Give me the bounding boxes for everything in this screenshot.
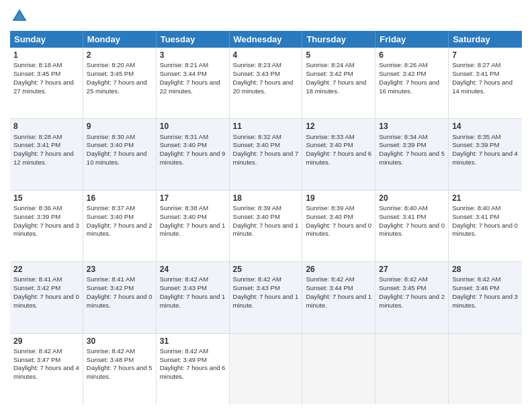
sunset: Sunset: 3:44 PM [160, 70, 207, 77]
sunset: Sunset: 3:40 PM [306, 141, 353, 148]
daylight: Daylight: 7 hours and 1 minute. [160, 222, 226, 238]
sunset: Sunset: 3:42 PM [13, 284, 60, 291]
table-row: 17Sunrise: 8:38 AMSunset: 3:40 PMDayligh… [157, 191, 230, 261]
sunrise: Sunrise: 8:40 AM [452, 204, 500, 212]
day-number: 15 [13, 193, 79, 203]
daylight: Daylight: 7 hours and 3 minutes. [13, 222, 79, 238]
table-row: 31Sunrise: 8:42 AMSunset: 3:49 PMDayligh… [157, 334, 230, 404]
daylight: Daylight: 7 hours and 2 minutes. [87, 222, 152, 238]
table-row: 30Sunrise: 8:42 AMSunset: 3:48 PMDayligh… [83, 334, 157, 404]
table-row: 20Sunrise: 8:40 AMSunset: 3:41 PMDayligh… [375, 191, 449, 261]
daylight: Daylight: 7 hours and 5 minutes. [87, 364, 152, 380]
daylight: Daylight: 7 hours and 0 minutes. [87, 293, 152, 309]
daylight: Daylight: 7 hours and 10 minutes. [87, 150, 147, 166]
sunset: Sunset: 3:42 PM [306, 70, 353, 77]
table-row: 3Sunrise: 8:21 AMSunset: 3:44 PMDaylight… [157, 48, 230, 118]
day-number: 7 [452, 50, 519, 60]
table-row: 12Sunrise: 8:33 AMSunset: 3:40 PMDayligh… [302, 119, 375, 189]
calendar-page: SundayMondayTuesdayWednesdayThursdayFrid… [0, 0, 532, 411]
daylight: Daylight: 7 hours and 6 minutes. [160, 364, 226, 380]
day-number: 16 [87, 193, 152, 203]
sunset: Sunset: 3:43 PM [160, 284, 207, 291]
sunrise: Sunrise: 8:38 AM [160, 204, 208, 212]
table-row: 29Sunrise: 8:42 AMSunset: 3:47 PMDayligh… [10, 334, 83, 404]
day-number: 4 [233, 50, 299, 60]
sunset: Sunset: 3:40 PM [87, 213, 134, 220]
day-number: 17 [160, 193, 226, 203]
day-number: 30 [87, 336, 152, 347]
sunrise: Sunrise: 8:33 AM [306, 133, 354, 140]
week-row-2: 8Sunrise: 8:28 AMSunset: 3:41 PMDaylight… [10, 119, 522, 190]
daylight: Daylight: 7 hours and 12 minutes. [13, 150, 74, 166]
sunset: Sunset: 3:41 PM [452, 70, 499, 77]
header-day-tuesday: Tuesday [157, 31, 230, 48]
sunrise: Sunrise: 8:42 AM [452, 275, 500, 283]
sunset: Sunset: 3:41 PM [13, 141, 60, 148]
day-number: 18 [233, 193, 299, 203]
week-row-5: 29Sunrise: 8:42 AMSunset: 3:47 PMDayligh… [10, 334, 522, 404]
logo [10, 7, 32, 26]
day-number: 22 [13, 264, 79, 275]
sunrise: Sunrise: 8:42 AM [379, 275, 427, 283]
table-row: 6Sunrise: 8:26 AMSunset: 3:42 PMDaylight… [375, 48, 449, 118]
sunset: Sunset: 3:46 PM [452, 284, 499, 291]
week-row-3: 15Sunrise: 8:36 AMSunset: 3:39 PMDayligh… [10, 191, 522, 262]
daylight: Daylight: 7 hours and 1 minute. [233, 222, 299, 238]
sunset: Sunset: 3:48 PM [87, 356, 134, 363]
table-row: 2Sunrise: 8:20 AMSunset: 3:45 PMDaylight… [83, 48, 157, 118]
header-day-thursday: Thursday [302, 31, 375, 48]
day-number: 9 [87, 121, 152, 132]
daylight: Daylight: 7 hours and 1 minute. [160, 293, 226, 309]
daylight: Daylight: 7 hours and 1 minute. [233, 293, 299, 309]
sunrise: Sunrise: 8:42 AM [233, 275, 281, 283]
day-number: 19 [306, 193, 371, 203]
daylight: Daylight: 7 hours and 5 minutes. [379, 150, 445, 166]
day-number: 23 [87, 264, 152, 275]
sunrise: Sunrise: 8:39 AM [306, 204, 354, 212]
daylight: Daylight: 7 hours and 16 minutes. [379, 79, 439, 95]
sunrise: Sunrise: 8:28 AM [13, 133, 62, 140]
daylight: Daylight: 7 hours and 3 minutes. [452, 293, 518, 309]
daylight: Daylight: 7 hours and 18 minutes. [306, 79, 366, 95]
sunrise: Sunrise: 8:30 AM [87, 133, 135, 140]
daylight: Daylight: 7 hours and 2 minutes. [379, 293, 445, 309]
daylight: Daylight: 7 hours and 0 minutes. [452, 222, 518, 238]
sunrise: Sunrise: 8:41 AM [87, 275, 135, 283]
table-row [302, 334, 375, 404]
sunset: Sunset: 3:43 PM [233, 70, 280, 77]
table-row: 26Sunrise: 8:42 AMSunset: 3:44 PMDayligh… [302, 262, 375, 332]
daylight: Daylight: 7 hours and 0 minutes. [13, 293, 79, 309]
day-number: 27 [379, 264, 445, 275]
table-row: 1Sunrise: 8:18 AMSunset: 3:45 PMDaylight… [10, 48, 83, 118]
sunrise: Sunrise: 8:36 AM [13, 204, 62, 212]
day-number: 5 [306, 50, 371, 60]
sunset: Sunset: 3:45 PM [87, 70, 134, 77]
header [10, 7, 522, 26]
table-row: 21Sunrise: 8:40 AMSunset: 3:41 PMDayligh… [449, 191, 522, 261]
sunset: Sunset: 3:40 PM [233, 141, 280, 148]
sunrise: Sunrise: 8:24 AM [306, 61, 354, 68]
table-row: 7Sunrise: 8:27 AMSunset: 3:41 PMDaylight… [449, 48, 522, 118]
sunrise: Sunrise: 8:23 AM [233, 61, 281, 68]
sunrise: Sunrise: 8:42 AM [13, 347, 62, 355]
day-number: 28 [452, 264, 519, 275]
header-day-monday: Monday [83, 31, 157, 48]
sunrise: Sunrise: 8:26 AM [379, 61, 427, 68]
table-row: 9Sunrise: 8:30 AMSunset: 3:40 PMDaylight… [83, 119, 157, 189]
sunset: Sunset: 3:45 PM [13, 70, 60, 77]
header-day-saturday: Saturday [449, 31, 522, 48]
day-number: 8 [13, 121, 79, 132]
day-number: 10 [160, 121, 226, 132]
table-row: 19Sunrise: 8:39 AMSunset: 3:40 PMDayligh… [302, 191, 375, 261]
daylight: Daylight: 7 hours and 1 minute. [306, 293, 371, 309]
day-number: 11 [233, 121, 299, 132]
sunset: Sunset: 3:42 PM [87, 284, 134, 291]
daylight: Daylight: 7 hours and 0 minutes. [306, 222, 371, 238]
day-number: 26 [306, 264, 371, 275]
table-row [375, 334, 449, 404]
table-row: 8Sunrise: 8:28 AMSunset: 3:41 PMDaylight… [10, 119, 83, 189]
table-row: 11Sunrise: 8:32 AMSunset: 3:40 PMDayligh… [230, 119, 303, 189]
day-number: 2 [87, 50, 152, 60]
table-row: 5Sunrise: 8:24 AMSunset: 3:42 PMDaylight… [302, 48, 375, 118]
sunset: Sunset: 3:39 PM [379, 141, 426, 148]
